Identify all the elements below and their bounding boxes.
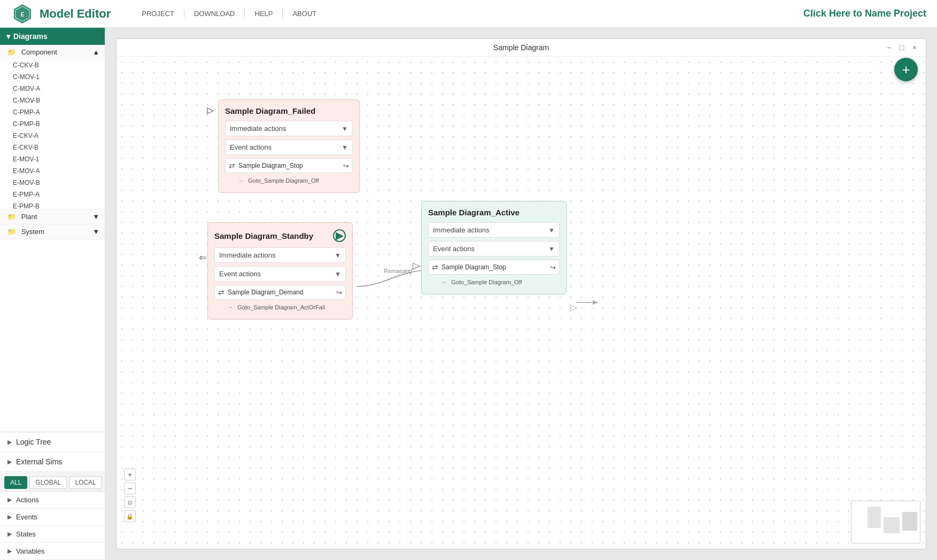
failed-immediate-actions-row[interactable]: Immediate actions ▼ [225, 121, 353, 136]
bottom-item-actions[interactable]: ▶ Actions [0, 492, 105, 509]
app-title: Model Editor [40, 7, 111, 21]
diagrams-section-header[interactable]: ▾ Diagrams [0, 28, 105, 45]
tree-item-emova[interactable]: E-MOV-A [0, 165, 105, 177]
failed-event-stop[interactable]: ⇄ Sample Diagram_Stop ↪ [225, 158, 353, 173]
zoom-out-button[interactable]: − [124, 483, 136, 494]
actions-chevron-icon: ▶ [7, 496, 12, 503]
variables-chevron-icon: ▶ [7, 548, 12, 555]
bottom-item-variables[interactable]: ▶ Variables [0, 543, 105, 560]
failed-immediate-actions-label: Immediate actions [230, 125, 286, 133]
external-sims-item[interactable]: ▶ External Sims [0, 452, 105, 472]
tree-item-emov1[interactable]: E-MOV-1 [0, 153, 105, 165]
states-label: States [16, 530, 36, 538]
state-standby: Sample Diagram_Standby ▶ Immediate actio… [207, 222, 353, 320]
standby-event-actions-row[interactable]: Event actions ▼ [214, 266, 346, 282]
canvas-area: + Sample Diagram − □ × [105, 28, 937, 560]
standby-entry-left-icon: ⇐ [199, 252, 207, 263]
tree-item-eckvb[interactable]: E-CKV-B [0, 142, 105, 153]
svg-text:E: E [21, 12, 25, 18]
active-enter-icon: ↪ [550, 263, 556, 271]
nav-about[interactable]: ABOUT [283, 10, 326, 18]
sidebar-extra-sections: ▶ Logic Tree ▶ External Sims [0, 432, 105, 472]
play-icon: ▶ [333, 229, 346, 242]
tree-item-cmovb[interactable]: C-MOV-B [0, 95, 105, 106]
state-active-title-text: Sample Diagram_Active [428, 208, 520, 217]
mini-map-box-3 [902, 512, 917, 531]
component-items-list: C-CKV-B C-MOV-1 C-MOV-A C-MOV-B C-PMP-A … [0, 59, 105, 209]
plant-label: Plant [21, 213, 37, 221]
active-entry-arrow-icon: ▷ [413, 260, 420, 271]
failed-event-actions-row[interactable]: Event actions ▼ [225, 139, 353, 155]
system-folder-icon: 📁 [7, 228, 16, 236]
add-fab-button[interactable]: + [894, 58, 918, 81]
zoom-in-button[interactable]: + [124, 469, 136, 480]
system-expand-icon: ▼ [92, 228, 99, 236]
standby-event-demand-label: Sample Diagram_Demand [228, 289, 303, 296]
standby-immediate-chevron-icon: ▼ [335, 252, 341, 259]
component-group-header[interactable]: 📁 Component ▲ [0, 45, 105, 59]
tree-item-cpmpa[interactable]: C-PMP-A [0, 106, 105, 118]
zoom-controls: + − ⊡ 🔒 [124, 469, 136, 522]
filter-tab-global[interactable]: GLOBAL [29, 476, 67, 489]
canvas-content[interactable]: ▷ Sample Diagram_Failed Immediate action… [117, 57, 926, 549]
active-event-actions-row[interactable]: Event actions ▼ [428, 241, 560, 256]
failed-event-chevron-icon: ▼ [342, 144, 348, 151]
tree-item-epmpb[interactable]: E-PMP-B [0, 200, 105, 209]
state-failed: ▷ Sample Diagram_Failed Immediate action… [218, 99, 360, 193]
close-button[interactable]: × [910, 43, 919, 52]
standby-multi-icon: ⇄ [218, 288, 224, 297]
component-collapse-icon: ▲ [92, 48, 99, 56]
nav-help[interactable]: HELP [245, 10, 283, 18]
bottom-item-events[interactable]: ▶ Events [0, 509, 105, 526]
tree-item-cckv-b[interactable]: C-CKV-B [0, 59, 105, 71]
standby-event-demand[interactable]: ⇄ Sample Diagram_Demand ↪ [214, 285, 346, 300]
active-immediate-actions-row[interactable]: Immediate actions ▼ [428, 222, 560, 238]
state-standby-title: Sample Diagram_Standby ▶ [214, 229, 346, 242]
diagram-titlebar: Sample Diagram − □ × [117, 39, 926, 57]
logo-area: E Model Editor [11, 2, 111, 26]
tree-item-emovb[interactable]: E-MOV-B [0, 177, 105, 189]
bottom-item-states[interactable]: ▶ States [0, 526, 105, 543]
active-event-stop[interactable]: ⇄ Sample Diagram_Stop ↪ [428, 260, 560, 275]
component-label: Component [21, 48, 57, 56]
minimize-button[interactable]: − [884, 43, 894, 52]
maximize-button[interactable]: □ [897, 43, 907, 52]
tree-item-cmov1[interactable]: C-MOV-1 [0, 71, 105, 83]
events-chevron-icon: ▶ [7, 514, 12, 520]
tree-item-epmpa[interactable]: E-PMP-A [0, 189, 105, 200]
plant-group-header[interactable]: 📁 Plant ▼ [0, 209, 105, 224]
plant-expand-icon: ▼ [92, 213, 99, 221]
failed-immediate-chevron-icon: ▼ [342, 125, 348, 133]
fit-view-button[interactable]: ⊡ [124, 496, 136, 508]
tree-item-eckva[interactable]: E-CKV-A [0, 130, 105, 142]
failed-event-actions-label: Event actions [230, 143, 272, 151]
emral-logo-icon: E [11, 2, 34, 26]
remaining-label: Remaining [384, 268, 412, 274]
bottom-list: ▶ Actions ▶ Events ▶ States ▶ Variables [0, 492, 105, 560]
standby-immediate-actions-label: Immediate actions [219, 251, 276, 259]
component-group: 📁 Component ▲ C-CKV-B C-MOV-1 C-MOV-A C-… [0, 45, 105, 209]
mini-map-box-2 [884, 517, 900, 533]
logic-tree-label: Logic Tree [16, 438, 51, 446]
state-standby-title-text: Sample Diagram_Standby [214, 231, 313, 240]
filter-tab-local[interactable]: LOCAL [69, 476, 102, 489]
failed-event-stop-label: Sample Diagram_Stop [238, 162, 303, 169]
lock-button[interactable]: 🔒 [124, 510, 136, 522]
nav-download[interactable]: DOWNLOAD [184, 10, 245, 18]
logic-tree-item[interactable]: ▶ Logic Tree [0, 432, 105, 452]
project-name-button[interactable]: Click Here to Name Project [803, 8, 926, 19]
chevron-down-icon: ▾ [6, 32, 10, 41]
header: E Model Editor PROJECT DOWNLOAD HELP ABO… [0, 0, 937, 28]
standby-event-actions-label: Event actions [219, 270, 261, 278]
filter-tab-all[interactable]: ALL [4, 476, 27, 489]
nav-project[interactable]: PROJECT [132, 10, 184, 18]
tree-item-cpmpb[interactable]: C-PMP-B [0, 118, 105, 130]
tree-item-cmova[interactable]: C-MOV-A [0, 83, 105, 95]
active-immediate-chevron-icon: ▼ [548, 227, 555, 234]
logic-tree-chevron-icon: ▶ [7, 439, 12, 446]
system-group-header[interactable]: 📁 System ▼ [0, 224, 105, 239]
standby-immediate-actions-row[interactable]: Immediate actions ▼ [214, 247, 346, 263]
mini-map-box-1 [868, 507, 881, 528]
state-active-title: Sample Diagram_Active [428, 208, 560, 217]
diagram-window: Sample Diagram − □ × [116, 38, 926, 549]
